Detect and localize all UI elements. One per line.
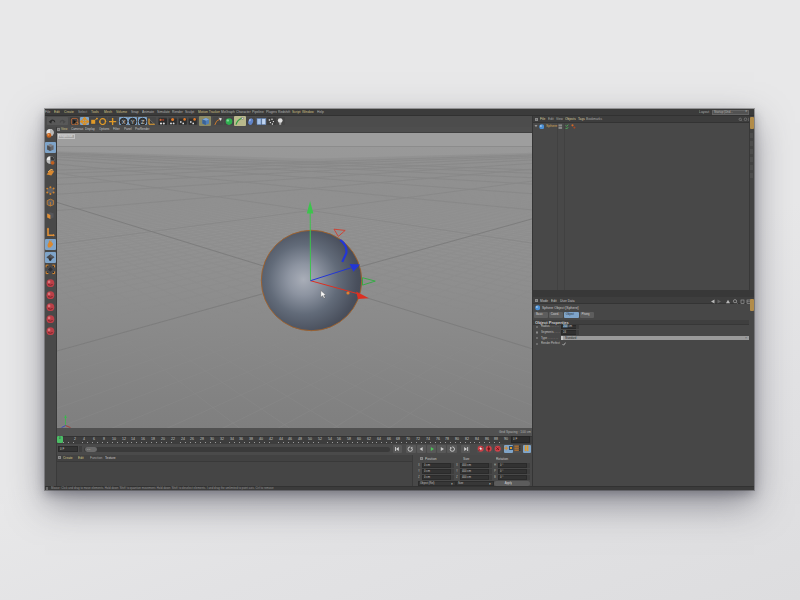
svg-text:X: X [121,118,125,124]
svg-text:Y: Y [131,118,135,124]
svg-text:Z: Z [140,118,144,124]
